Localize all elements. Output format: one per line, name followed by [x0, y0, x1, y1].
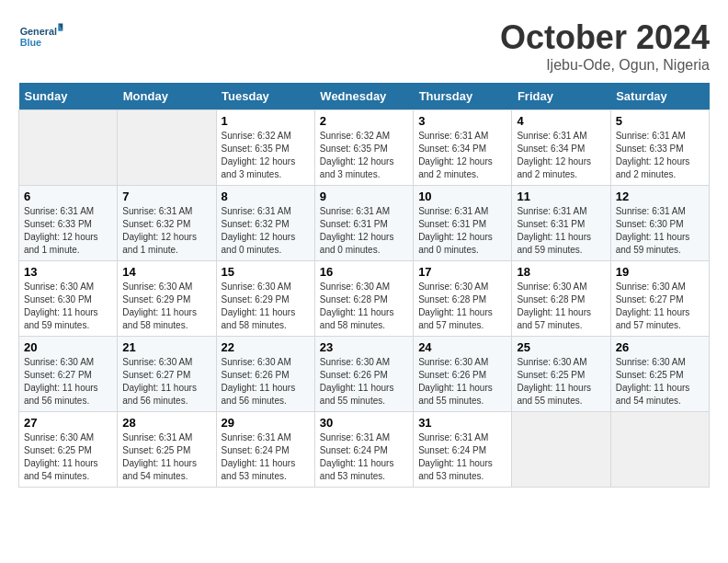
- day-number: 18: [517, 265, 605, 279]
- day-info: Sunrise: 6:32 AMSunset: 6:35 PMDaylight:…: [222, 130, 310, 181]
- day-info: Sunrise: 6:31 AMSunset: 6:31 PMDaylight:…: [517, 205, 605, 257]
- day-number: 21: [122, 340, 210, 354]
- day-info: Sunrise: 6:30 AMSunset: 6:26 PMDaylight:…: [418, 356, 506, 408]
- calendar-cell: 28Sunrise: 6:31 AMSunset: 6:25 PMDayligh…: [118, 412, 216, 488]
- calendar-cell: 14Sunrise: 6:30 AMSunset: 6:29 PMDayligh…: [118, 261, 216, 337]
- day-number: 7: [122, 190, 210, 203]
- header-day-monday: Monday: [118, 83, 216, 110]
- day-number: 31: [418, 416, 506, 430]
- day-number: 16: [320, 265, 408, 279]
- day-number: 12: [616, 190, 704, 203]
- day-info: Sunrise: 6:31 AMSunset: 6:25 PMDaylight:…: [122, 431, 210, 483]
- day-info: Sunrise: 6:30 AMSunset: 6:29 PMDaylight:…: [122, 281, 210, 332]
- day-info: Sunrise: 6:30 AMSunset: 6:25 PMDaylight:…: [24, 431, 112, 483]
- day-number: 24: [418, 340, 506, 354]
- calendar-cell: 11Sunrise: 6:31 AMSunset: 6:31 PMDayligh…: [512, 186, 610, 261]
- day-info: Sunrise: 6:31 AMSunset: 6:34 PMDaylight:…: [418, 130, 506, 181]
- day-number: 1: [222, 114, 310, 128]
- header-day-tuesday: Tuesday: [216, 83, 314, 110]
- title-section: October 2024 Ijebu-Ode, Ogun, Nigeria: [500, 18, 710, 74]
- month-title: October 2024: [500, 18, 710, 57]
- location: Ijebu-Ode, Ogun, Nigeria: [500, 57, 710, 74]
- calendar-cell: 15Sunrise: 6:30 AMSunset: 6:29 PMDayligh…: [216, 261, 314, 337]
- day-number: 23: [320, 340, 408, 354]
- day-number: 25: [517, 340, 605, 354]
- day-info: Sunrise: 6:31 AMSunset: 6:31 PMDaylight:…: [320, 205, 408, 257]
- calendar-cell: 13Sunrise: 6:30 AMSunset: 6:30 PMDayligh…: [19, 261, 118, 337]
- calendar-cell: 25Sunrise: 6:30 AMSunset: 6:25 PMDayligh…: [512, 337, 610, 412]
- calendar-header: SundayMondayTuesdayWednesdayThursdayFrid…: [19, 83, 710, 110]
- calendar-cell: 3Sunrise: 6:31 AMSunset: 6:34 PMDaylight…: [414, 110, 512, 186]
- day-info: Sunrise: 6:31 AMSunset: 6:34 PMDaylight:…: [517, 130, 605, 181]
- day-info: Sunrise: 6:30 AMSunset: 6:26 PMDaylight:…: [222, 356, 310, 408]
- day-info: Sunrise: 6:30 AMSunset: 6:30 PMDaylight:…: [24, 281, 112, 332]
- day-info: Sunrise: 6:30 AMSunset: 6:28 PMDaylight:…: [418, 281, 506, 332]
- calendar-cell: [512, 412, 610, 488]
- calendar-cell: 24Sunrise: 6:30 AMSunset: 6:26 PMDayligh…: [414, 337, 512, 412]
- calendar-cell: [118, 110, 216, 186]
- day-number: 28: [122, 416, 210, 430]
- week-row-3: 13Sunrise: 6:30 AMSunset: 6:30 PMDayligh…: [19, 261, 710, 337]
- day-info: Sunrise: 6:30 AMSunset: 6:25 PMDaylight:…: [517, 356, 605, 408]
- day-number: 22: [222, 340, 310, 354]
- calendar-cell: 19Sunrise: 6:30 AMSunset: 6:27 PMDayligh…: [610, 261, 709, 337]
- day-info: Sunrise: 6:30 AMSunset: 6:26 PMDaylight:…: [320, 356, 408, 408]
- calendar-cell: 16Sunrise: 6:30 AMSunset: 6:28 PMDayligh…: [314, 261, 413, 337]
- header-day-wednesday: Wednesday: [314, 83, 413, 110]
- day-info: Sunrise: 6:31 AMSunset: 6:33 PMDaylight:…: [24, 205, 112, 257]
- day-number: 15: [222, 265, 310, 279]
- calendar-cell: 6Sunrise: 6:31 AMSunset: 6:33 PMDaylight…: [19, 186, 118, 261]
- day-number: 5: [616, 114, 704, 128]
- day-number: 6: [24, 190, 112, 203]
- svg-text:Blue: Blue: [20, 37, 41, 48]
- calendar-body: 1Sunrise: 6:32 AMSunset: 6:35 PMDaylight…: [19, 110, 710, 488]
- calendar-cell: 30Sunrise: 6:31 AMSunset: 6:24 PMDayligh…: [314, 412, 413, 488]
- day-number: 19: [616, 265, 704, 279]
- header-day-thursday: Thursday: [414, 83, 512, 110]
- day-info: Sunrise: 6:31 AMSunset: 6:32 PMDaylight:…: [222, 205, 310, 257]
- day-number: 27: [24, 416, 112, 430]
- page-header: General Blue October 2024 Ijebu-Ode, Ogu…: [18, 18, 710, 74]
- calendar-cell: 17Sunrise: 6:30 AMSunset: 6:28 PMDayligh…: [414, 261, 512, 337]
- day-info: Sunrise: 6:31 AMSunset: 6:24 PMDaylight:…: [320, 431, 408, 483]
- calendar-cell: 27Sunrise: 6:30 AMSunset: 6:25 PMDayligh…: [19, 412, 118, 488]
- logo: General Blue: [18, 18, 64, 55]
- header-row: SundayMondayTuesdayWednesdayThursdayFrid…: [19, 83, 710, 110]
- calendar-cell: 23Sunrise: 6:30 AMSunset: 6:26 PMDayligh…: [314, 337, 413, 412]
- day-info: Sunrise: 6:30 AMSunset: 6:28 PMDaylight:…: [320, 281, 408, 332]
- day-info: Sunrise: 6:31 AMSunset: 6:24 PMDaylight:…: [222, 431, 310, 483]
- header-day-sunday: Sunday: [19, 83, 118, 110]
- calendar-cell: [610, 412, 709, 488]
- week-row-2: 6Sunrise: 6:31 AMSunset: 6:33 PMDaylight…: [19, 186, 710, 261]
- day-info: Sunrise: 6:31 AMSunset: 6:32 PMDaylight:…: [122, 205, 210, 257]
- header-day-friday: Friday: [512, 83, 610, 110]
- day-number: 11: [517, 190, 605, 203]
- calendar-cell: 31Sunrise: 6:31 AMSunset: 6:24 PMDayligh…: [414, 412, 512, 488]
- day-number: 2: [320, 114, 408, 128]
- day-number: 29: [222, 416, 310, 430]
- day-info: Sunrise: 6:32 AMSunset: 6:35 PMDaylight:…: [320, 130, 408, 181]
- calendar-cell: 29Sunrise: 6:31 AMSunset: 6:24 PMDayligh…: [216, 412, 314, 488]
- day-number: 13: [24, 265, 112, 279]
- day-info: Sunrise: 6:31 AMSunset: 6:33 PMDaylight:…: [616, 130, 704, 181]
- calendar-cell: 20Sunrise: 6:30 AMSunset: 6:27 PMDayligh…: [19, 337, 118, 412]
- logo-icon: General Blue: [18, 18, 64, 55]
- day-info: Sunrise: 6:31 AMSunset: 6:31 PMDaylight:…: [418, 205, 506, 257]
- calendar-cell: 12Sunrise: 6:31 AMSunset: 6:30 PMDayligh…: [610, 186, 709, 261]
- day-number: 4: [517, 114, 605, 128]
- day-info: Sunrise: 6:31 AMSunset: 6:30 PMDaylight:…: [616, 205, 704, 257]
- day-number: 20: [24, 340, 112, 354]
- calendar-cell: 7Sunrise: 6:31 AMSunset: 6:32 PMDaylight…: [118, 186, 216, 261]
- header-day-saturday: Saturday: [610, 83, 709, 110]
- week-row-5: 27Sunrise: 6:30 AMSunset: 6:25 PMDayligh…: [19, 412, 710, 488]
- calendar-cell: 5Sunrise: 6:31 AMSunset: 6:33 PMDaylight…: [610, 110, 709, 186]
- calendar-cell: 9Sunrise: 6:31 AMSunset: 6:31 PMDaylight…: [314, 186, 413, 261]
- calendar-cell: 4Sunrise: 6:31 AMSunset: 6:34 PMDaylight…: [512, 110, 610, 186]
- day-info: Sunrise: 6:30 AMSunset: 6:29 PMDaylight:…: [222, 281, 310, 332]
- week-row-4: 20Sunrise: 6:30 AMSunset: 6:27 PMDayligh…: [19, 337, 710, 412]
- day-number: 3: [418, 114, 506, 128]
- calendar-cell: 1Sunrise: 6:32 AMSunset: 6:35 PMDaylight…: [216, 110, 314, 186]
- svg-text:General: General: [20, 26, 57, 37]
- calendar-cell: 2Sunrise: 6:32 AMSunset: 6:35 PMDaylight…: [314, 110, 413, 186]
- calendar-cell: 21Sunrise: 6:30 AMSunset: 6:27 PMDayligh…: [118, 337, 216, 412]
